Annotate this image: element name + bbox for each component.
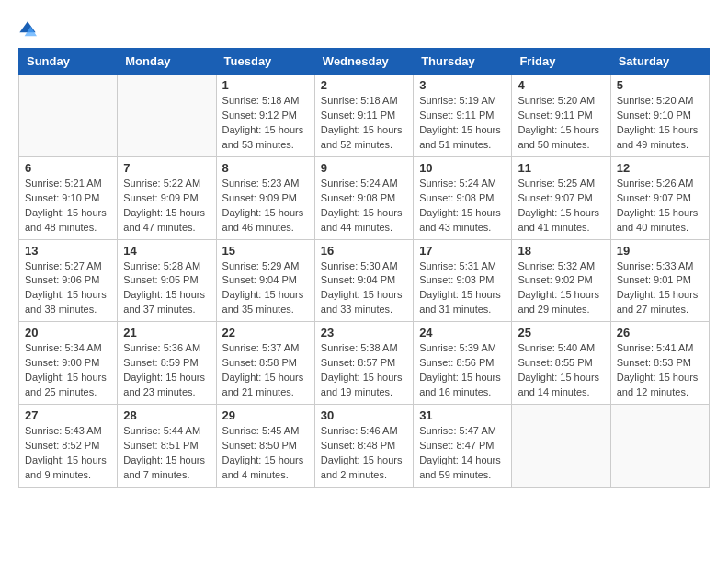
day-info: Sunrise: 5:18 AMSunset: 9:11 PMDaylight:… [321,94,407,153]
calendar-cell: 12Sunrise: 5:26 AMSunset: 9:07 PMDayligh… [610,156,709,239]
day-number: 20 [25,326,111,339]
calendar-cell: 13Sunrise: 5:27 AMSunset: 9:06 PMDayligh… [19,239,118,322]
calendar-cell: 25Sunrise: 5:40 AMSunset: 8:55 PMDayligh… [512,322,610,405]
day-number: 23 [321,326,407,339]
day-number: 5 [617,78,703,92]
day-info: Sunrise: 5:38 AMSunset: 8:57 PMDaylight:… [321,341,407,400]
calendar-cell: 30Sunrise: 5:46 AMSunset: 8:48 PMDayligh… [314,405,413,488]
day-info: Sunrise: 5:27 AMSunset: 9:06 PMDaylight:… [25,259,111,318]
weekday-header-row: SundayMondayTuesdayWednesdayThursdayFrid… [19,49,710,75]
calendar-cell: 7Sunrise: 5:22 AMSunset: 9:09 PMDaylight… [118,156,216,239]
day-number: 31 [419,408,506,422]
day-number: 13 [25,244,111,258]
calendar-cell: 5Sunrise: 5:20 AMSunset: 9:10 PMDaylight… [610,75,709,157]
day-number: 17 [419,244,506,258]
day-number: 15 [222,244,309,258]
calendar-cell: 21Sunrise: 5:36 AMSunset: 8:59 PMDayligh… [118,322,216,405]
day-info: Sunrise: 5:25 AMSunset: 9:07 PMDaylight:… [518,177,604,236]
day-number: 19 [617,244,703,258]
day-number: 25 [518,326,604,339]
calendar-cell: 6Sunrise: 5:21 AMSunset: 9:10 PMDaylight… [19,156,118,239]
day-info: Sunrise: 5:44 AMSunset: 8:51 PMDaylight:… [123,424,210,483]
day-info: Sunrise: 5:37 AMSunset: 8:58 PMDaylight:… [222,341,309,400]
weekday-header: Thursday [414,49,512,75]
day-number: 3 [419,78,506,92]
weekday-header: Tuesday [216,49,314,75]
calendar-cell: 10Sunrise: 5:24 AMSunset: 9:08 PMDayligh… [414,156,512,239]
calendar-cell [118,75,216,157]
page-header [18,18,710,39]
weekday-header: Saturday [610,49,709,75]
day-number: 14 [123,244,210,258]
day-number: 10 [419,161,506,175]
calendar-cell: 18Sunrise: 5:32 AMSunset: 9:02 PMDayligh… [512,239,610,322]
weekday-header: Sunday [19,49,118,75]
day-info: Sunrise: 5:43 AMSunset: 8:52 PMDaylight:… [25,424,111,483]
day-number: 22 [222,326,309,339]
day-info: Sunrise: 5:24 AMSunset: 9:08 PMDaylight:… [419,177,506,236]
calendar-cell: 28Sunrise: 5:44 AMSunset: 8:51 PMDayligh… [118,405,216,488]
day-info: Sunrise: 5:31 AMSunset: 9:03 PMDaylight:… [419,259,506,318]
calendar-cell: 15Sunrise: 5:29 AMSunset: 9:04 PMDayligh… [216,239,314,322]
day-number: 26 [617,326,703,339]
calendar-week-row: 27Sunrise: 5:43 AMSunset: 8:52 PMDayligh… [19,405,710,488]
day-info: Sunrise: 5:22 AMSunset: 9:09 PMDaylight:… [123,177,210,236]
calendar-week-row: 1Sunrise: 5:18 AMSunset: 9:12 PMDaylight… [19,75,710,157]
day-number: 11 [518,161,604,175]
weekday-header: Wednesday [314,49,413,75]
calendar-cell: 31Sunrise: 5:47 AMSunset: 8:47 PMDayligh… [414,405,512,488]
calendar-cell: 9Sunrise: 5:24 AMSunset: 9:08 PMDaylight… [314,156,413,239]
day-info: Sunrise: 5:20 AMSunset: 9:10 PMDaylight:… [617,94,703,153]
calendar-cell [512,405,610,488]
day-number: 2 [321,78,407,92]
day-info: Sunrise: 5:23 AMSunset: 9:09 PMDaylight:… [222,177,309,236]
logo-icon [18,20,37,39]
day-info: Sunrise: 5:41 AMSunset: 8:53 PMDaylight:… [617,341,703,400]
day-info: Sunrise: 5:40 AMSunset: 8:55 PMDaylight:… [518,341,604,400]
day-number: 27 [25,408,111,422]
day-number: 16 [321,244,407,258]
calendar-cell: 2Sunrise: 5:18 AMSunset: 9:11 PMDaylight… [314,75,413,157]
calendar-week-row: 13Sunrise: 5:27 AMSunset: 9:06 PMDayligh… [19,239,710,322]
calendar-cell [610,405,709,488]
calendar-cell: 29Sunrise: 5:45 AMSunset: 8:50 PMDayligh… [216,405,314,488]
logo [18,18,40,39]
day-number: 4 [518,78,604,92]
day-info: Sunrise: 5:46 AMSunset: 8:48 PMDaylight:… [321,424,407,483]
day-info: Sunrise: 5:33 AMSunset: 9:01 PMDaylight:… [617,259,703,318]
calendar-cell: 3Sunrise: 5:19 AMSunset: 9:11 PMDaylight… [414,75,512,157]
calendar-cell: 8Sunrise: 5:23 AMSunset: 9:09 PMDaylight… [216,156,314,239]
day-info: Sunrise: 5:21 AMSunset: 9:10 PMDaylight:… [25,177,111,236]
day-number: 30 [321,408,407,422]
day-info: Sunrise: 5:30 AMSunset: 9:04 PMDaylight:… [321,259,407,318]
day-number: 29 [222,408,309,422]
calendar-cell: 24Sunrise: 5:39 AMSunset: 8:56 PMDayligh… [414,322,512,405]
day-number: 9 [321,161,407,175]
calendar-cell: 17Sunrise: 5:31 AMSunset: 9:03 PMDayligh… [414,239,512,322]
day-number: 8 [222,161,309,175]
day-number: 1 [222,78,309,92]
weekday-header: Monday [118,49,216,75]
day-number: 18 [518,244,604,258]
day-number: 12 [617,161,703,175]
day-info: Sunrise: 5:45 AMSunset: 8:50 PMDaylight:… [222,424,309,483]
calendar-cell: 20Sunrise: 5:34 AMSunset: 9:00 PMDayligh… [19,322,118,405]
day-number: 21 [123,326,210,339]
calendar-week-row: 6Sunrise: 5:21 AMSunset: 9:10 PMDaylight… [19,156,710,239]
day-info: Sunrise: 5:26 AMSunset: 9:07 PMDaylight:… [617,177,703,236]
day-info: Sunrise: 5:39 AMSunset: 8:56 PMDaylight:… [419,341,506,400]
calendar-cell: 14Sunrise: 5:28 AMSunset: 9:05 PMDayligh… [118,239,216,322]
calendar-cell: 22Sunrise: 5:37 AMSunset: 8:58 PMDayligh… [216,322,314,405]
calendar-week-row: 20Sunrise: 5:34 AMSunset: 9:00 PMDayligh… [19,322,710,405]
calendar: SundayMondayTuesdayWednesdayThursdayFrid… [18,48,710,488]
day-number: 7 [123,161,210,175]
calendar-cell: 1Sunrise: 5:18 AMSunset: 9:12 PMDaylight… [216,75,314,157]
day-info: Sunrise: 5:24 AMSunset: 9:08 PMDaylight:… [321,177,407,236]
day-info: Sunrise: 5:47 AMSunset: 8:47 PMDaylight:… [419,424,506,483]
calendar-cell: 16Sunrise: 5:30 AMSunset: 9:04 PMDayligh… [314,239,413,322]
day-number: 24 [419,326,506,339]
day-info: Sunrise: 5:19 AMSunset: 9:11 PMDaylight:… [419,94,506,153]
calendar-cell: 19Sunrise: 5:33 AMSunset: 9:01 PMDayligh… [610,239,709,322]
day-number: 28 [123,408,210,422]
day-info: Sunrise: 5:29 AMSunset: 9:04 PMDaylight:… [222,259,309,318]
